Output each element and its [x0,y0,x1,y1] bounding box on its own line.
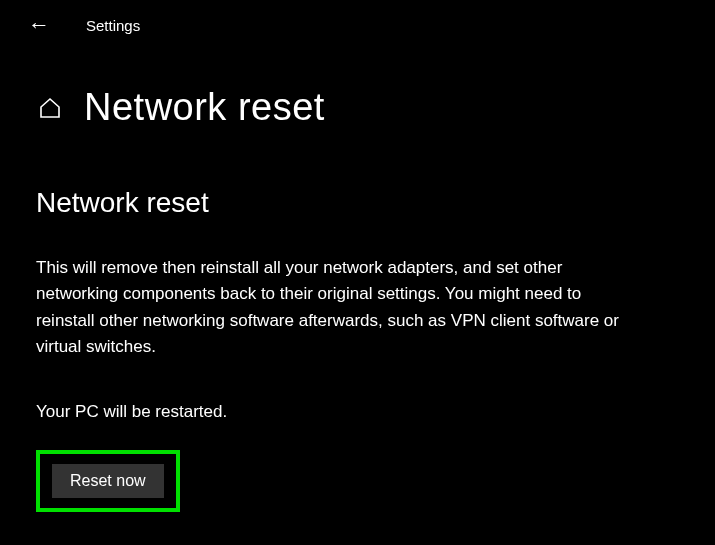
home-icon[interactable] [38,96,62,120]
highlight-box: Reset now [36,450,180,512]
page-title: Network reset [84,86,325,129]
reset-now-button[interactable]: Reset now [52,464,164,498]
content-description: This will remove then reinstall all your… [36,255,644,360]
content-region: Network reset This will remove then rein… [0,129,680,512]
app-title: Settings [86,17,140,34]
page-header: Network reset [0,36,715,129]
topbar: ← Settings [0,0,715,36]
content-heading: Network reset [36,187,644,219]
back-arrow-icon[interactable]: ← [28,14,50,36]
restart-note: Your PC will be restarted. [36,402,644,422]
